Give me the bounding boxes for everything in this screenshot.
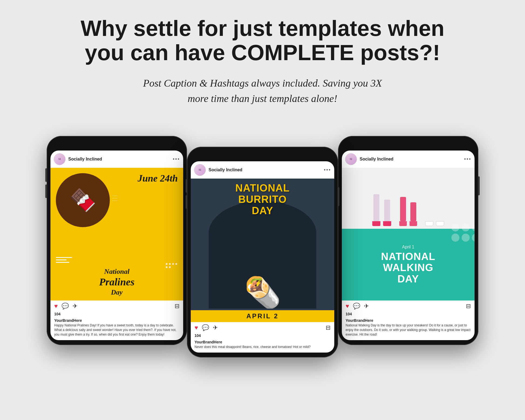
- walking-text-section: April 1 NATIONALWALKINGDAY: [342, 229, 475, 301]
- post-image-burrito: 🌯 NATIONAL BURRITO DAY APRIL 2: [191, 179, 334, 322]
- ig-header-right: SI Socially Inclined •••: [342, 151, 475, 168]
- ig-brand-right: YourBrandHere: [346, 318, 471, 323]
- pralines-dots-decoration: [166, 263, 179, 268]
- burrito-title: NATIONAL BURRITO DAY: [191, 183, 334, 216]
- ig-caption: YourBrandHere Happy National Pralines Da…: [50, 317, 183, 340]
- phone-volume-up: [45, 168, 47, 182]
- phone-power-button-right: [478, 176, 480, 195]
- pralines-lines-decoration: [56, 257, 72, 263]
- walking-legs-section: [342, 168, 475, 229]
- comment-icon-right[interactable]: 💬: [353, 303, 360, 310]
- ig-username-right: Socially Inclined: [360, 157, 461, 162]
- burrito-food-icon: 🌯: [244, 275, 281, 309]
- phone-volume-down: [45, 185, 47, 198]
- phone-power-button-mid: [338, 187, 339, 206]
- phone-right: SI Socially Inclined •••: [338, 136, 478, 345]
- ig-caption-text-right: National Walking Day is the day to lace …: [346, 323, 471, 337]
- ig-more-icon-right[interactable]: •••: [464, 156, 471, 162]
- avatar-right: SI: [345, 153, 357, 165]
- decorative-dots: • • • •• • • •• • • •: [112, 195, 134, 202]
- ig-header-mid: SI Socially Inclined •••: [191, 161, 334, 179]
- share-icon[interactable]: ✈: [73, 303, 77, 310]
- ig-header: SI Socially Inclined •••: [50, 151, 183, 168]
- ig-username: Socially Inclined: [68, 157, 170, 162]
- bookmark-icon-mid[interactable]: ⊟: [326, 324, 330, 331]
- walking-circles-decoration: [451, 223, 475, 242]
- walking-background: April 1 NATIONALWALKINGDAY: [342, 168, 475, 301]
- burrito-background: 🌯 NATIONAL BURRITO DAY APRIL 2: [191, 179, 334, 322]
- avatar: SI: [54, 153, 66, 165]
- ig-actions-right: ♥ 💬 ✈ ⊟: [342, 301, 475, 312]
- ig-username-mid: Socially Inclined: [209, 168, 321, 172]
- phone-middle: SI Socially Inclined ••• 🌯 NATIONAL: [187, 147, 338, 357]
- phone-volume-down-mid: [186, 195, 187, 209]
- phone-notch-mid: [241, 152, 284, 159]
- pralines-date: June 24th: [138, 173, 178, 184]
- post-image-pralines: 🍫 • • • •• • • •• • • • June 24th Nation…: [50, 168, 183, 301]
- heart-icon-right[interactable]: ♥: [346, 303, 349, 310]
- ig-more-icon[interactable]: •••: [173, 156, 180, 162]
- walking-date: April 1: [402, 245, 414, 250]
- phone-screen-left: SI Socially Inclined ••• 🍫 • • • •• • • …: [50, 151, 183, 340]
- phone-volume-up-mid: [186, 179, 187, 193]
- page-container: Why settle for just templates when you c…: [0, 0, 525, 420]
- ig-brand: YourBrandHere: [54, 318, 179, 323]
- heart-icon-mid[interactable]: ♥: [195, 324, 198, 331]
- avatar-mid: SI: [194, 164, 206, 176]
- ig-caption-right: YourBrandHere National Walking Day is th…: [342, 317, 475, 340]
- comment-icon-mid[interactable]: 💬: [202, 324, 209, 331]
- ig-likes-mid: 104: [191, 333, 334, 339]
- comment-icon[interactable]: 💬: [62, 303, 69, 310]
- phone-notch-right: [387, 141, 430, 148]
- ig-brand-mid: YourBrandHere: [195, 340, 330, 344]
- ig-caption-text: Happy National Pralines Day! If you have…: [54, 323, 179, 337]
- walker-1: [372, 194, 391, 226]
- heart-icon[interactable]: ♥: [54, 303, 58, 310]
- pralines-title: June 24th: [138, 173, 178, 184]
- walking-legs-figures: [372, 194, 444, 229]
- phone-screen-right: SI Socially Inclined •••: [342, 151, 475, 340]
- phone-notch: [95, 141, 138, 148]
- chocolate-icon: 🍫: [69, 187, 96, 213]
- ig-likes: 104: [50, 312, 183, 317]
- phones-row: SI Socially Inclined ••• 🍫 • • • •• • • …: [22, 125, 503, 357]
- pralines-name: National Pralines Day: [50, 267, 183, 296]
- ig-actions-mid: ♥ 💬 ✈ ⊟: [191, 322, 334, 333]
- main-headline: Why settle for just templates when you c…: [81, 16, 445, 65]
- pralines-background: 🍫 • • • •• • • •• • • • June 24th Nation…: [50, 168, 183, 301]
- walking-day-title: NATIONALWALKINGDAY: [381, 251, 435, 285]
- post-image-walking: April 1 NATIONALWALKINGDAY: [342, 168, 475, 301]
- ig-caption-text-mid: Never does this meal disappoint! Beans, …: [195, 345, 330, 349]
- share-icon-mid[interactable]: ✈: [213, 324, 218, 331]
- phone-screen-middle: SI Socially Inclined ••• 🌯 NATIONAL: [191, 161, 334, 353]
- share-icon-right[interactable]: ✈: [364, 303, 369, 310]
- ig-more-icon-mid[interactable]: •••: [324, 167, 331, 173]
- phone-left: SI Socially Inclined ••• 🍫 • • • •• • • …: [47, 136, 187, 345]
- walker-2: [399, 197, 417, 226]
- ig-likes-right: 104: [342, 312, 475, 317]
- ig-caption-mid: YourBrandHere Never does this meal disap…: [191, 339, 334, 353]
- ig-actions: ♥ 💬 ✈ ⊟: [50, 301, 183, 312]
- bookmark-icon-right[interactable]: ⊟: [466, 303, 471, 310]
- burrito-date: APRIL 2: [191, 310, 334, 322]
- pralines-circle: 🍫: [56, 173, 110, 227]
- bookmark-icon[interactable]: ⊟: [175, 303, 179, 310]
- walker-3: [425, 196, 444, 226]
- burrito-arch: 🌯: [209, 201, 316, 309]
- subheadline: Post Caption & Hashtags always included.…: [141, 76, 384, 106]
